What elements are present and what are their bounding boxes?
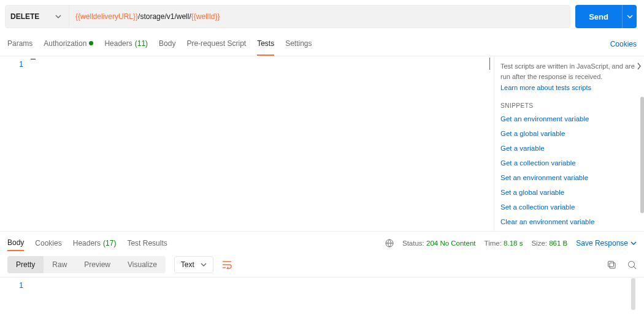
tab-body[interactable]: Body xyxy=(159,32,175,56)
chevron-down-icon xyxy=(627,13,633,20)
cookies-link[interactable]: Cookies xyxy=(610,40,637,48)
search-button[interactable] xyxy=(627,260,637,270)
wrap-lines-button[interactable] xyxy=(218,258,236,271)
snippets-panel: Test scripts are written in JavaScript, … xyxy=(494,56,644,231)
network-icon[interactable] xyxy=(385,239,394,247)
method-url-bar: DELETE {{welldeliveryURL}}/storage/v1/we… xyxy=(5,5,570,28)
svg-rect-1 xyxy=(610,263,615,268)
snippet-item[interactable]: Set a global variable xyxy=(500,189,639,196)
send-more-button[interactable] xyxy=(622,5,637,28)
gutter: 1 xyxy=(0,278,29,312)
tab-authorization[interactable]: Authorization xyxy=(44,32,93,56)
rtab-cookies[interactable]: Cookies xyxy=(35,235,61,251)
response-meta: Status: 204 No Content Time: 8.18 s Size… xyxy=(385,239,637,247)
chevron-down-icon xyxy=(55,13,61,20)
snippet-item[interactable]: Get a collection variable xyxy=(500,159,639,167)
response-code-body[interactable] xyxy=(29,278,644,312)
svg-rect-2 xyxy=(608,261,614,266)
snippets-title: SNIPPETS xyxy=(500,102,639,109)
snippets-intro: Test scripts are written in JavaScript, … xyxy=(500,61,639,81)
response-body-editor[interactable]: 1 xyxy=(0,277,644,312)
wrap-icon xyxy=(222,260,232,269)
http-method-value: DELETE xyxy=(10,12,39,21)
url-variable: {{wellId}} xyxy=(191,12,220,21)
url-input[interactable]: {{welldeliveryURL}}/storage/v1/well/{{we… xyxy=(69,12,570,21)
tab-prerequest[interactable]: Pre-request Script xyxy=(186,32,246,56)
rtab-headers[interactable]: Headers(17) xyxy=(73,235,117,251)
save-response-button[interactable]: Save Response xyxy=(576,239,637,247)
scrollbar[interactable] xyxy=(640,97,644,213)
snippet-item[interactable]: Set a collection variable xyxy=(500,203,639,211)
snippet-item[interactable]: Clear an environment variable xyxy=(500,218,639,225)
url-variable: {{welldeliveryURL}} xyxy=(75,12,138,21)
rtab-testresults[interactable]: Test Results xyxy=(127,235,167,251)
chevron-down-icon xyxy=(201,262,207,268)
status-dot-icon xyxy=(89,41,93,45)
chevron-right-icon[interactable] xyxy=(637,62,642,70)
ruler-icon xyxy=(489,58,490,70)
content-type-select[interactable]: Text xyxy=(174,256,213,273)
view-visualize-button[interactable]: Visualize xyxy=(119,256,166,273)
send-button[interactable]: Send xyxy=(575,5,622,28)
gutter: 1 xyxy=(0,56,29,231)
tab-settings[interactable]: Settings xyxy=(285,32,312,56)
tab-params[interactable]: Params xyxy=(7,32,33,56)
http-method-select[interactable]: DELETE xyxy=(6,6,69,28)
scrollbar[interactable] xyxy=(631,278,635,310)
request-tabs: Params Authorization Headers(11) Body Pr… xyxy=(7,32,312,56)
cursor-icon xyxy=(31,59,36,67)
send-button-group: Send xyxy=(575,5,637,28)
rtab-body[interactable]: Body xyxy=(7,235,24,251)
url-path: /storage/v1/well/ xyxy=(138,12,191,21)
view-preview-button[interactable]: Preview xyxy=(75,256,119,273)
response-actions xyxy=(607,260,637,270)
tab-headers[interactable]: Headers(11) xyxy=(104,32,148,56)
code-body[interactable] xyxy=(29,56,494,231)
snippets-list: Get an environment variable Get a global… xyxy=(500,115,639,225)
snippet-item[interactable]: Get a global variable xyxy=(500,130,639,137)
tab-tests[interactable]: Tests xyxy=(257,32,274,56)
view-pretty-button[interactable]: Pretty xyxy=(7,256,44,273)
snippet-item[interactable]: Set an environment variable xyxy=(500,174,639,181)
snippet-item[interactable]: Get an environment variable xyxy=(500,115,639,123)
view-toggle: Pretty Raw Preview Visualize xyxy=(7,256,166,273)
tests-code-editor[interactable]: 1 xyxy=(0,56,494,231)
copy-button[interactable] xyxy=(607,260,616,270)
snippet-item[interactable]: Get a variable xyxy=(500,145,639,152)
response-tabs: Body Cookies Headers(17) Test Results xyxy=(7,235,167,251)
learn-more-link[interactable]: Learn more about tests scripts xyxy=(500,84,639,91)
view-raw-button[interactable]: Raw xyxy=(44,256,75,273)
